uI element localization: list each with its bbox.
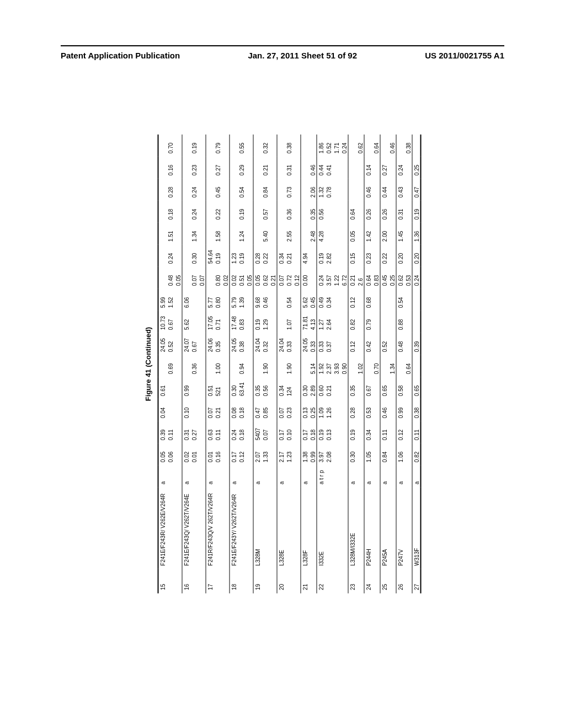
variant-name: W313F: [412, 488, 421, 569]
data-cell: [356, 421, 365, 443]
table-row: 0.010.270.360.670.070.301.340.240.240.23…: [190, 135, 198, 593]
row-index: 19: [253, 569, 262, 593]
data-cell: [230, 223, 238, 245]
variant-note: [404, 465, 413, 488]
row-index: [285, 569, 293, 593]
data-cell: [174, 179, 183, 201]
data-cell: 0.99: [182, 377, 190, 399]
data-cell: 0.52: [167, 333, 174, 355]
data-cell: 2.37: [325, 355, 333, 377]
data-cell: 0.64: [364, 267, 372, 289]
data-cell: 6.72: [340, 267, 349, 289]
variant-note: [372, 465, 381, 488]
data-cell: [230, 201, 238, 223]
data-cell: 1.42: [364, 223, 372, 245]
data-cell: [404, 399, 413, 421]
table-row: 0.12: [293, 135, 301, 593]
data-cell: [372, 157, 381, 179]
row-index: 22: [317, 569, 325, 593]
variant-note: [325, 465, 333, 488]
figure-table-container: Figure 41 (Continued) 15F241E/F243R/ V26…: [144, 135, 422, 593]
data-cell: [372, 333, 381, 355]
data-cell: [246, 179, 254, 201]
variant-name: [214, 488, 222, 569]
variant-name: [388, 488, 397, 569]
data-cell: 0.51: [238, 267, 246, 289]
data-cell: 0.24: [412, 267, 421, 289]
variant-name: P247V: [396, 488, 404, 569]
data-cell: 1.05: [364, 443, 372, 465]
data-cell: [158, 223, 167, 245]
variant-name: I332E: [317, 488, 325, 569]
data-cell: 2.06: [309, 179, 317, 201]
data-cell: 0.53: [404, 267, 413, 289]
data-cell: 0.21: [325, 377, 333, 399]
data-cell: [348, 355, 356, 377]
data-cell: [309, 245, 317, 267]
variant-name: F241E/F243Y/ V262T/V264R: [230, 488, 238, 569]
data-cell: 0.19: [253, 311, 262, 333]
data-cell: 0.05: [253, 267, 262, 289]
variant-note: [174, 465, 183, 488]
data-cell: 5.79: [230, 289, 238, 311]
data-cell: [198, 179, 206, 201]
table-row: 1.330.070.850.561.900.321.290.460.620.22…: [262, 135, 269, 593]
data-cell: 1.86: [317, 135, 325, 157]
data-cell: [301, 135, 309, 157]
table-row: 0.700.830.64: [372, 135, 381, 593]
data-cell: [246, 311, 254, 333]
data-cell: [190, 377, 198, 399]
data-cell: 0.22: [214, 201, 222, 223]
data-cell: [206, 223, 214, 245]
data-table: 15F241E/F243R/ V262E/V264Ra0.050.390.040…: [158, 135, 422, 593]
data-cell: [158, 355, 167, 377]
data-cell: 0.80: [214, 289, 222, 311]
variant-note: a: [182, 465, 190, 488]
data-cell: [293, 399, 301, 421]
data-cell: 1.90: [262, 355, 269, 377]
row-index: 25: [380, 569, 388, 593]
data-cell: [388, 223, 397, 245]
data-cell: 0.07: [262, 421, 269, 443]
data-cell: 6.06: [182, 289, 190, 311]
data-cell: [356, 179, 365, 201]
row-index: [269, 569, 278, 593]
data-cell: [158, 157, 167, 179]
data-cell: 0.13: [301, 399, 309, 421]
data-cell: [158, 245, 167, 267]
data-cell: 521: [214, 377, 222, 399]
variant-name: [285, 488, 293, 569]
data-cell: 0.19: [412, 201, 421, 223]
data-cell: 0.27: [190, 421, 198, 443]
data-cell: 0.13: [325, 421, 333, 443]
data-cell: 0.46: [364, 179, 372, 201]
data-cell: [356, 245, 365, 267]
table-row: 0.640.530.38: [404, 135, 413, 593]
data-cell: 0.36: [285, 201, 293, 223]
data-cell: 0.65: [380, 377, 388, 399]
data-cell: 1.02: [356, 355, 365, 377]
data-cell: [158, 267, 167, 289]
data-cell: 0.69: [167, 355, 174, 377]
data-cell: 2.17: [277, 443, 285, 465]
data-cell: [356, 333, 365, 355]
data-cell: 0.35: [253, 377, 262, 399]
data-cell: 1.90: [285, 355, 293, 377]
data-cell: [182, 245, 190, 267]
data-cell: 0.80: [214, 267, 222, 289]
data-cell: [269, 355, 278, 377]
variant-name: [190, 488, 198, 569]
data-cell: [388, 377, 397, 399]
data-cell: [340, 421, 349, 443]
data-cell: 0.05: [348, 223, 356, 245]
table-row: 21L328Fa1.380.170.130.3024.0571.815.620.…: [301, 135, 309, 593]
data-cell: 2.64: [325, 311, 333, 333]
data-cell: 0.24: [167, 245, 174, 267]
table-row: 1.340.250.46: [388, 135, 397, 593]
data-cell: [388, 179, 397, 201]
data-cell: 0.38: [404, 135, 413, 157]
variant-name: [198, 488, 206, 569]
data-cell: 2.89: [309, 377, 317, 399]
data-cell: [222, 443, 230, 465]
variant-note: a: [277, 465, 285, 488]
